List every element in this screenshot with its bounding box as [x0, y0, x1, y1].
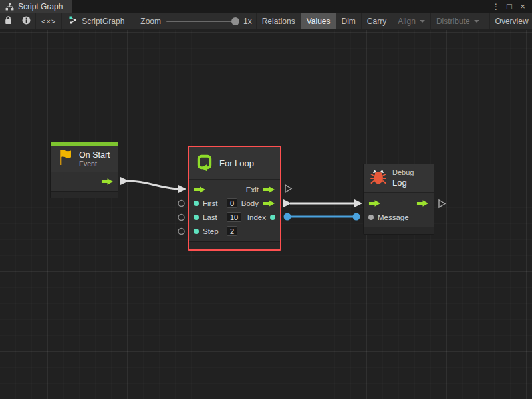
flow-output-port[interactable] — [416, 200, 429, 207]
for-loop-title: For Loop — [219, 158, 254, 168]
wire-start-arrowhead[interactable] — [120, 177, 129, 186]
value-wire-endpoint[interactable] — [284, 213, 291, 221]
tab-bar-spacer — [72, 0, 491, 13]
node-for-loop[interactable]: For Loop Exit — [188, 146, 281, 251]
unconnected-port-indicator-first[interactable] — [178, 201, 184, 207]
debug-log-ports: Message — [364, 193, 434, 224]
toolbar-buttons: Relations Values Dim Carry Align Distrib… — [257, 13, 532, 29]
chevron-down-icon — [474, 20, 479, 23]
node-debug-log[interactable]: Debug Log — [363, 164, 434, 235]
bug-icon — [370, 169, 386, 188]
index-port-label: Index — [247, 213, 266, 221]
port-row-first-body: First 0 Body — [189, 196, 280, 210]
for-loop-footer — [189, 241, 280, 249]
on-start-flow-row — [51, 172, 118, 190]
hierarchy-icon — [5, 3, 14, 11]
first-port-label: First — [203, 200, 223, 207]
tab-title: Script Graph — [18, 2, 63, 11]
lock-button[interactable] — [0, 13, 17, 29]
on-start-subtitle: Event — [79, 160, 110, 168]
body-port-label: Body — [241, 200, 259, 207]
maximize-icon[interactable]: □ — [504, 0, 515, 13]
last-value-port[interactable] — [194, 215, 199, 220]
port-row-flow — [364, 196, 434, 210]
window-menu-icon[interactable]: ⋮ — [491, 0, 501, 13]
exit-output-port[interactable] — [263, 186, 275, 194]
flow-input-port[interactable] — [194, 186, 206, 194]
port-row-flow: Exit — [189, 182, 280, 196]
zoom-label: Zoom — [140, 17, 161, 26]
info-icon — [22, 16, 31, 27]
flag-icon — [57, 148, 73, 169]
first-value-input[interactable]: 0 — [227, 198, 237, 208]
zoom-slider[interactable] — [166, 21, 238, 22]
graph-selector[interactable]: ScriptGraph — [62, 13, 131, 29]
debug-log-category: Debug — [392, 168, 414, 178]
tab-bar: Script Graph ⋮ □ × — [0, 0, 532, 13]
zoom-control: Zoom 1x — [131, 13, 256, 29]
code-icon: <×> — [41, 17, 56, 25]
graph-source-button[interactable]: <×> — [36, 13, 62, 29]
graph-name-label: ScriptGraph — [82, 17, 124, 26]
lock-icon — [5, 16, 12, 27]
for-loop-header: For Loop — [189, 147, 280, 180]
graph-toolbar: <×> ScriptGraph Zoom 1x Relations — [0, 13, 532, 29]
body-output-port[interactable] — [263, 200, 275, 207]
port-row-last-index: Last 10 Index — [189, 210, 280, 224]
on-start-header: On Start Event — [51, 146, 118, 172]
step-port-label: Step — [203, 227, 223, 235]
unconnected-flow-indicator-log-exit[interactable] — [439, 200, 445, 207]
distribute-dropdown[interactable]: Distribute — [431, 13, 485, 29]
node-on-start[interactable]: On Start Event — [50, 142, 118, 198]
debug-log-header: Debug Log — [364, 164, 434, 193]
wire-end-arrowhead[interactable] — [354, 200, 362, 208]
unconnected-port-indicator-last[interactable] — [178, 215, 184, 221]
info-button[interactable] — [17, 13, 36, 29]
chevron-down-icon — [420, 20, 425, 23]
wire-end-arrowhead[interactable] — [178, 185, 186, 194]
zoom-slider-handle[interactable] — [231, 17, 239, 25]
wire-onstart-to-forloop[interactable] — [128, 181, 181, 189]
last-value-input[interactable]: 10 — [227, 212, 241, 222]
script-graph-window: Script Graph ⋮ □ × — [0, 0, 532, 399]
values-button[interactable]: Values — [301, 13, 336, 29]
unconnected-port-indicator-step[interactable] — [178, 229, 184, 235]
value-wire-endpoint[interactable] — [353, 213, 360, 221]
on-start-footer — [51, 191, 118, 198]
loop-icon — [196, 153, 213, 174]
message-value-port[interactable] — [368, 215, 374, 220]
window-controls: ⋮ □ × — [491, 0, 532, 13]
align-dropdown[interactable]: Align — [392, 13, 431, 29]
on-start-title: On Start — [79, 150, 110, 160]
carry-button[interactable]: Carry — [362, 13, 392, 29]
unconnected-flow-indicator-exit[interactable] — [285, 185, 291, 192]
zoom-value: 1x — [243, 17, 252, 26]
tab-script-graph[interactable]: Script Graph — [0, 0, 72, 13]
step-value-input[interactable]: 2 — [227, 226, 237, 236]
relations-button[interactable]: Relations — [257, 13, 301, 29]
last-port-label: Last — [203, 213, 223, 221]
flow-output-port[interactable] — [101, 178, 114, 186]
first-value-port[interactable] — [194, 201, 199, 206]
graph-icon — [68, 15, 78, 27]
step-value-port[interactable] — [194, 229, 199, 234]
overview-button[interactable]: Overview — [489, 13, 532, 29]
index-output-port[interactable] — [270, 215, 275, 220]
debug-log-footer — [364, 227, 434, 234]
debug-log-title: Log — [392, 178, 414, 188]
port-row-message: Message — [364, 210, 434, 224]
message-port-label: Message — [378, 213, 409, 221]
port-row-step: Step 2 — [189, 224, 280, 238]
close-icon[interactable]: × — [517, 0, 528, 13]
flow-input-port[interactable] — [368, 200, 381, 207]
exit-port-label: Exit — [246, 186, 259, 194]
dim-button[interactable]: Dim — [336, 13, 362, 29]
for-loop-ports: Exit First 0 Body — [189, 180, 280, 238]
graph-canvas[interactable]: On Start Event For Loop — [0, 30, 532, 399]
